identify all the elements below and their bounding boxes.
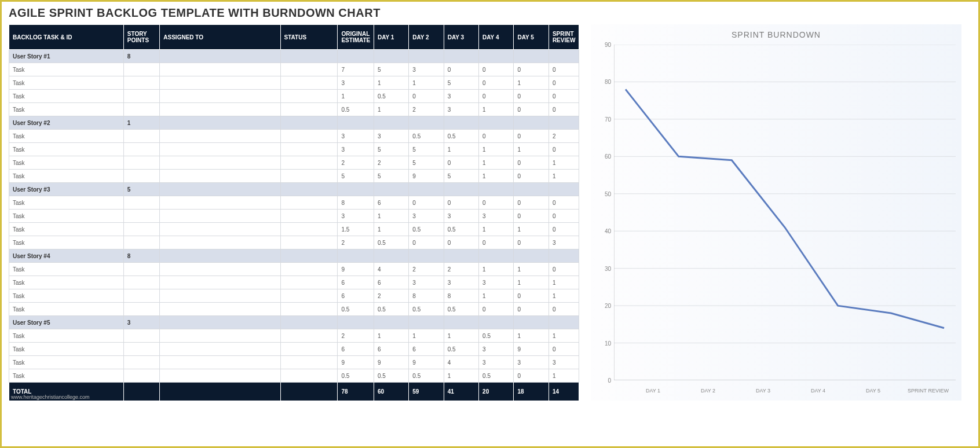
cell-day1[interactable]: 3: [374, 130, 408, 143]
cell-day1[interactable]: 0.5: [374, 236, 408, 249]
cell-status[interactable]: [280, 343, 338, 356]
cell-day1[interactable]: 1: [374, 210, 408, 223]
cell-review[interactable]: 1: [548, 170, 579, 183]
cell-day4[interactable]: [479, 316, 514, 329]
cell-day5[interactable]: 3: [514, 356, 548, 369]
cell-estimate[interactable]: 1: [338, 90, 374, 103]
cell-day2[interactable]: 0: [409, 90, 444, 103]
cell-points[interactable]: 5: [123, 183, 159, 196]
cell-points[interactable]: 8: [123, 249, 159, 263]
cell-review[interactable]: 0: [548, 63, 579, 76]
cell-review[interactable]: 0: [548, 343, 579, 356]
cell-day4[interactable]: 1: [479, 170, 514, 183]
cell-estimate[interactable]: 6: [338, 289, 374, 303]
cell-points[interactable]: [123, 76, 159, 90]
cell-day1[interactable]: 1: [374, 76, 408, 90]
cell-day4[interactable]: 0: [479, 196, 514, 210]
cell-day3[interactable]: 5: [444, 76, 478, 90]
cell-day2[interactable]: [409, 316, 444, 329]
cell-assigned[interactable]: [160, 276, 280, 289]
cell-points[interactable]: [123, 356, 159, 369]
cell-day3[interactable]: 1: [444, 369, 478, 383]
cell-day4[interactable]: 1: [479, 223, 514, 236]
cell-assigned[interactable]: [160, 343, 280, 356]
cell-points[interactable]: [123, 369, 159, 383]
cell-estimate[interactable]: 3: [338, 143, 374, 156]
cell-task[interactable]: Task: [9, 276, 124, 289]
cell-day1[interactable]: [374, 183, 408, 196]
cell-status[interactable]: [280, 130, 338, 143]
cell-estimate[interactable]: 3: [338, 210, 374, 223]
cell-estimate[interactable]: 7: [338, 63, 374, 76]
cell-task[interactable]: User Story #2: [9, 116, 124, 130]
cell-task[interactable]: Task: [9, 236, 124, 249]
cell-estimate[interactable]: 3: [338, 76, 374, 90]
cell-estimate[interactable]: [338, 249, 374, 263]
cell-day4[interactable]: [479, 183, 514, 196]
cell-day2[interactable]: 5: [409, 143, 444, 156]
cell-estimate[interactable]: [338, 116, 374, 130]
cell-day5[interactable]: 0: [514, 236, 548, 249]
cell-assigned[interactable]: [160, 289, 280, 303]
cell-assigned[interactable]: [160, 329, 280, 343]
cell-review[interactable]: 2: [548, 130, 579, 143]
cell-status[interactable]: [280, 210, 338, 223]
cell-day3[interactable]: 3: [444, 210, 478, 223]
cell-day5[interactable]: 0: [514, 156, 548, 170]
cell-estimate[interactable]: [338, 50, 374, 63]
cell-assigned[interactable]: [160, 263, 280, 276]
cell-assigned[interactable]: [160, 143, 280, 156]
cell-task[interactable]: User Story #4: [9, 249, 124, 263]
cell-assigned[interactable]: [160, 76, 280, 90]
cell-day3[interactable]: [444, 116, 478, 130]
cell-task[interactable]: User Story #3: [9, 183, 124, 196]
cell-task[interactable]: Task: [9, 63, 124, 76]
cell-task[interactable]: Task: [9, 263, 124, 276]
cell-review[interactable]: 1: [548, 276, 579, 289]
cell-day5[interactable]: 0: [514, 130, 548, 143]
cell-estimate[interactable]: 2: [338, 156, 374, 170]
cell-day3[interactable]: 1: [444, 329, 478, 343]
cell-day3[interactable]: 0: [444, 236, 478, 249]
cell-status[interactable]: [280, 276, 338, 289]
cell-day3[interactable]: 8: [444, 289, 478, 303]
cell-day1[interactable]: 0.5: [374, 90, 408, 103]
cell-day3[interactable]: 5: [444, 170, 478, 183]
cell-day5[interactable]: [514, 116, 548, 130]
cell-day4[interactable]: 1: [479, 289, 514, 303]
cell-status[interactable]: [280, 116, 338, 130]
cell-status[interactable]: [280, 63, 338, 76]
cell-status[interactable]: [280, 369, 338, 383]
cell-assigned[interactable]: [160, 103, 280, 116]
cell-day5[interactable]: 1: [514, 263, 548, 276]
cell-review[interactable]: 1: [548, 156, 579, 170]
cell-day4[interactable]: 1: [479, 103, 514, 116]
cell-day3[interactable]: 3: [444, 103, 478, 116]
cell-task[interactable]: User Story #5: [9, 316, 124, 329]
cell-day5[interactable]: 1: [514, 223, 548, 236]
cell-day5[interactable]: [514, 249, 548, 263]
cell-task[interactable]: Task: [9, 103, 124, 116]
cell-review[interactable]: 0: [548, 303, 579, 316]
cell-estimate[interactable]: 1.5: [338, 223, 374, 236]
cell-day4[interactable]: 0: [479, 236, 514, 249]
cell-day1[interactable]: 5: [374, 170, 408, 183]
cell-review[interactable]: [548, 116, 579, 130]
cell-day1[interactable]: 6: [374, 196, 408, 210]
cell-estimate[interactable]: 6: [338, 343, 374, 356]
cell-estimate[interactable]: 6: [338, 276, 374, 289]
cell-estimate[interactable]: 0.5: [338, 369, 374, 383]
cell-review[interactable]: 0: [548, 263, 579, 276]
cell-task[interactable]: Task: [9, 356, 124, 369]
cell-day2[interactable]: 2: [409, 263, 444, 276]
cell-day4[interactable]: 0.5: [479, 329, 514, 343]
cell-day2[interactable]: 8: [409, 289, 444, 303]
cell-day5[interactable]: 1: [514, 76, 548, 90]
cell-day3[interactable]: [444, 249, 478, 263]
cell-day5[interactable]: 1: [514, 143, 548, 156]
cell-day2[interactable]: 0: [409, 236, 444, 249]
cell-points[interactable]: [123, 276, 159, 289]
cell-points[interactable]: [123, 303, 159, 316]
cell-status[interactable]: [280, 50, 338, 63]
cell-task[interactable]: Task: [9, 130, 124, 143]
